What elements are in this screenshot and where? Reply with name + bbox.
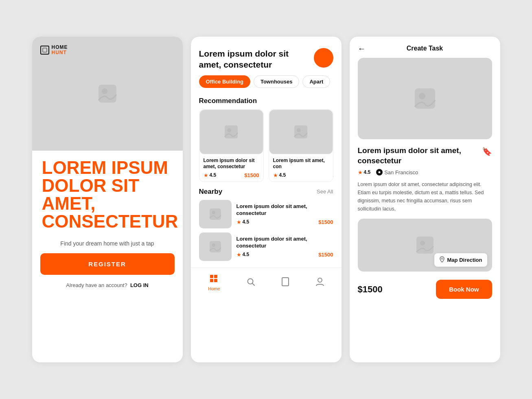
login-prompt: Already have an account? LOG IN: [32, 282, 183, 288]
svg-point-2: [102, 88, 107, 94]
svg-rect-13: [210, 279, 213, 282]
nearby-star-1: ★: [236, 219, 241, 225]
nearby-list: Lorem ipsum dolor sit amet, consectetur …: [191, 200, 342, 261]
login-link[interactable]: LOG IN: [130, 282, 149, 288]
detail-header: ← Create Task: [350, 37, 500, 58]
rec-card-1-price: $1500: [244, 172, 259, 178]
svg-rect-11: [210, 275, 213, 278]
rec-card-2[interactable]: Lorem ipsum sit amet, con ★ 4.5: [269, 109, 333, 182]
bookmark-icon[interactable]: 🔖: [482, 147, 492, 156]
detail-bottom-action: $1500 Book Now: [350, 272, 500, 309]
nearby-item-1-image: [199, 200, 232, 228]
rec-card-2-rating: 4.5: [279, 172, 286, 178]
svg-rect-9: [210, 241, 221, 252]
svg-point-20: [379, 171, 381, 173]
map-preview: Map Direction: [358, 219, 492, 272]
filter-apart[interactable]: Apart: [302, 75, 330, 88]
svg-rect-12: [214, 275, 217, 278]
svg-point-17: [318, 278, 322, 282]
nav-search[interactable]: [247, 278, 255, 288]
svg-point-6: [297, 128, 301, 132]
rec-card-1-rating: 4.5: [210, 172, 217, 178]
svg-rect-3: [225, 125, 238, 138]
detail-location: San Francisco: [384, 169, 418, 175]
screen-detail: ← Create Task Lorem ipsum dolor sit amet…: [350, 37, 500, 362]
recommendation-label: Recommendation: [191, 94, 342, 109]
svg-rect-18: [415, 88, 435, 109]
rec-card-1-image: [199, 110, 263, 154]
profile-nav-icon: [316, 277, 324, 288]
svg-rect-21: [416, 237, 433, 254]
back-button[interactable]: ←: [358, 44, 366, 53]
rec-card-1[interactable]: Lorem ipsum dolor sit amet, consectetur …: [199, 109, 264, 182]
detail-main-image: [358, 58, 492, 139]
filter-townhouses[interactable]: Townhouses: [254, 75, 299, 88]
browse-top-bar: Lorem ipsum dolor sit amet, consectetur: [191, 37, 342, 75]
see-all-link[interactable]: See All: [317, 189, 333, 195]
hero-text-block: LOREM IPSUM DOLOR SIT AMET, CONSECTETUR: [32, 151, 183, 230]
hero-image: HOME HUNT: [32, 37, 183, 151]
nearby-price-2: $1500: [318, 252, 333, 258]
nearby-item-2-image: [199, 232, 232, 261]
bottom-nav: Home: [191, 267, 342, 299]
pin-icon: [439, 256, 445, 264]
location-dot-icon: [376, 169, 383, 175]
svg-point-19: [419, 93, 425, 99]
home-nav-icon: [210, 274, 219, 285]
star-icon-1: ★: [204, 172, 208, 178]
rec-card-1-title: Lorem ipsum dolor sit amet, consectetur: [204, 158, 259, 170]
svg-point-4: [227, 128, 231, 132]
detail-title: Lorem ipsum dolor sit amet, consectetur: [358, 146, 476, 166]
nearby-price-1: $1500: [318, 219, 333, 225]
detail-star-icon: ★: [358, 169, 363, 175]
nearby-item-1-title: Lorem ipsum dolor sit amet, consectetur: [236, 203, 333, 217]
detail-header-title: Create Task: [407, 45, 443, 52]
nav-home[interactable]: Home: [208, 274, 220, 291]
detail-description: Lorem ipsum dolor sit amet, consectetur …: [358, 180, 492, 213]
rec-card-2-image: [269, 110, 333, 154]
detail-meta: ★ 4.5 San Francisco: [358, 169, 492, 175]
nearby-star-2: ★: [236, 252, 241, 258]
detail-price: $1500: [358, 284, 383, 295]
profile-avatar[interactable]: [314, 48, 333, 68]
nearby-rating-2: 4.5: [243, 252, 250, 257]
logo-icon: [40, 46, 49, 55]
screens-container: HOME HUNT LOREM IPSUM DOLOR SIT AMET, CO…: [32, 37, 500, 362]
filter-office-building[interactable]: Office Building: [199, 75, 250, 88]
svg-rect-0: [43, 48, 47, 52]
tagline: Find your dream home with just a tap: [32, 240, 183, 247]
nav-profile[interactable]: [316, 277, 324, 288]
nearby-label: Nearby: [199, 188, 223, 196]
logo: HOME HUNT: [40, 45, 68, 55]
detail-rating: 4.5: [364, 169, 371, 175]
nav-saved[interactable]: [282, 277, 289, 288]
book-now-button[interactable]: Book Now: [436, 280, 492, 299]
filter-tabs: Office Building Townhouses Apart: [191, 75, 342, 94]
svg-rect-1: [99, 85, 116, 103]
nearby-header: Nearby See All: [191, 188, 342, 200]
svg-point-23: [441, 258, 443, 259]
hero-lower-bg: [32, 110, 115, 151]
screen-browse: Lorem ipsum dolor sit amet, consectetur …: [191, 37, 342, 362]
hero-headline: LOREM IPSUM DOLOR SIT AMET, CONSECTETUR: [42, 159, 173, 230]
detail-content: Lorem ipsum dolor sit amet, consectetur …: [350, 139, 500, 272]
map-direction-button[interactable]: Map Direction: [434, 253, 487, 267]
svg-point-10: [212, 243, 215, 247]
screen-landing: HOME HUNT LOREM IPSUM DOLOR SIT AMET, CO…: [32, 37, 183, 362]
map-direction-label: Map Direction: [447, 257, 482, 263]
rec-card-2-title: Lorem ipsum sit amet, con: [273, 158, 329, 170]
register-button[interactable]: REGISTER: [40, 253, 175, 275]
saved-nav-icon: [282, 277, 289, 288]
nearby-item-1[interactable]: Lorem ipsum dolor sit amet, consectetur …: [199, 200, 333, 228]
svg-point-8: [212, 211, 215, 214]
nearby-item-2-title: Lorem ipsum dolor sit amet, consectetur: [236, 236, 333, 250]
svg-rect-14: [214, 279, 217, 282]
svg-point-22: [420, 241, 425, 246]
nearby-item-2[interactable]: Lorem ipsum dolor sit amet, consectetur …: [199, 232, 333, 261]
star-icon-2: ★: [273, 172, 278, 178]
search-nav-icon: [247, 278, 255, 288]
svg-rect-5: [294, 125, 307, 138]
nav-home-label: Home: [208, 286, 220, 291]
svg-rect-16: [282, 278, 289, 286]
logo-hunt-text: HUNT: [52, 50, 68, 55]
